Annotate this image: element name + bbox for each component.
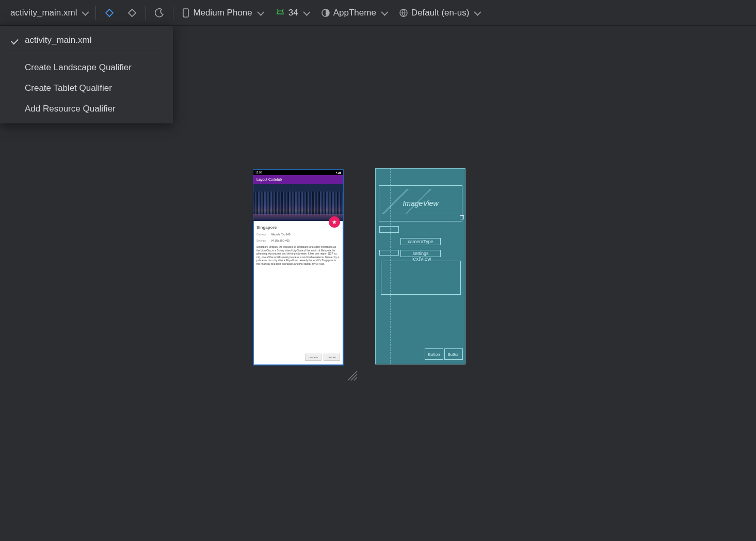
chevron-down-icon — [303, 8, 310, 15]
menu-item-label: activity_main.xml — [25, 35, 91, 45]
theme-label: AppTheme — [333, 8, 376, 18]
api-dropdown[interactable]: 34 — [269, 5, 315, 21]
preview-content: Singapore Camera Nikon M Typ 240 Setting… — [253, 221, 343, 269]
blueprint-label: TextView — [411, 256, 431, 262]
camera-label: Camera — [256, 233, 268, 236]
blueprint-label-box[interactable] — [379, 226, 399, 233]
globe-icon — [399, 8, 408, 18]
toolbar-divider — [95, 6, 96, 20]
design-blueprint-toggle[interactable] — [98, 5, 121, 21]
menu-separator — [8, 54, 165, 54]
menu-item-label: Add Resource Qualifier — [25, 104, 116, 114]
moon-icon — [154, 8, 165, 18]
app-title: Layout Codelab — [256, 178, 282, 181]
preview-status-bar: 12:00 ▾◢▮ — [253, 170, 343, 175]
blueprint-resize-handle[interactable] — [460, 215, 464, 219]
layout-file-name: activity_main.xml — [10, 8, 77, 18]
design-toolbar: activity_main.xml Medium Phone 34 — [0, 0, 756, 26]
canvas-resize-handle[interactable] — [346, 369, 359, 383]
api-level: 34 — [288, 8, 298, 18]
check-placeholder — [10, 85, 20, 92]
preview-heading: Singapore — [256, 225, 340, 230]
device-dropdown[interactable]: Medium Phone — [175, 5, 268, 21]
device-label: Medium Phone — [193, 8, 252, 18]
layout-file-dropdown[interactable]: activity_main.xml — [4, 5, 93, 21]
blueprint-camera-text[interactable]: cameraType — [400, 238, 441, 245]
chevron-down-icon — [82, 8, 89, 15]
blueprint-surface[interactable]: ImageView cameraType settings TextView B… — [375, 168, 465, 364]
check-placeholder — [10, 64, 20, 71]
locale-label: Default (en-us) — [411, 8, 469, 18]
toolbar-divider — [173, 6, 173, 20]
preview-buttons: DISCARD UPLOAD — [305, 354, 340, 361]
blueprint-button[interactable]: Button — [444, 348, 463, 360]
blueprint-textview[interactable]: TextView — [381, 261, 461, 295]
preview-discard-button: DISCARD — [305, 354, 321, 361]
menu-item-landscape[interactable]: Create Landscape Qualifier — [0, 57, 173, 78]
settings-label: Settings — [256, 239, 268, 242]
design-surface[interactable]: 12:00 ▾◢▮ Layout Codelab Singapore Camer… — [253, 169, 344, 365]
blueprint-label: Button — [428, 352, 440, 357]
menu-item-tablet[interactable]: Create Tablet Qualifier — [0, 78, 173, 99]
design-surface-icon — [104, 8, 115, 18]
preview-hero-image — [253, 184, 343, 221]
blueprint-image-view[interactable]: ImageView — [379, 185, 462, 221]
preview-paragraph: Singapore officially the Republic of Sin… — [256, 245, 340, 265]
chevron-down-icon — [257, 8, 264, 15]
blueprint-label: settings — [412, 251, 428, 256]
blueprint-label: ImageView — [403, 199, 438, 208]
settings-value: f/4 1/8s ISO 400 — [271, 239, 289, 242]
menu-item-label: Create Tablet Qualifier — [25, 83, 112, 93]
preview-settings-row: Settings f/4 1/8s ISO 400 — [256, 239, 340, 242]
theme-icon — [321, 8, 330, 18]
theme-dropdown[interactable]: AppTheme — [315, 5, 393, 21]
night-mode-toggle[interactable] — [148, 5, 171, 21]
preview-app-bar: Layout Codelab — [253, 175, 343, 184]
preview-fab — [329, 216, 340, 228]
svg-rect-0 — [183, 9, 188, 17]
blueprint-label: cameraType — [408, 239, 433, 244]
android-icon — [275, 8, 285, 18]
status-icons: ▾◢▮ — [336, 171, 341, 174]
blueprint-label: Button — [447, 352, 459, 357]
preview-upload-button: UPLOAD — [324, 354, 340, 361]
chevron-down-icon — [474, 8, 481, 15]
camera-value: Nikon M Typ 240 — [271, 233, 290, 236]
layout-variants-menu: activity_main.xml Create Landscape Quali… — [0, 26, 173, 123]
phone-icon — [182, 8, 190, 18]
status-time: 12:00 — [255, 171, 262, 174]
blueprint-button[interactable]: Button — [425, 348, 443, 360]
orientation-toggle[interactable] — [121, 5, 143, 21]
preview-camera-row: Camera Nikon M Typ 240 — [256, 233, 340, 236]
check-icon — [10, 37, 20, 44]
check-placeholder — [10, 105, 20, 113]
chevron-down-icon — [381, 8, 388, 15]
menu-item-resource[interactable]: Add Resource Qualifier — [0, 99, 173, 119]
menu-item-label: Create Landscape Qualifier — [25, 62, 132, 73]
menu-item-current-layout[interactable]: activity_main.xml — [0, 30, 173, 51]
locale-dropdown[interactable]: Default (en-us) — [393, 5, 486, 21]
toolbar-divider — [146, 6, 146, 20]
blueprint-label-box[interactable] — [379, 250, 399, 256]
orientation-icon — [127, 8, 137, 18]
